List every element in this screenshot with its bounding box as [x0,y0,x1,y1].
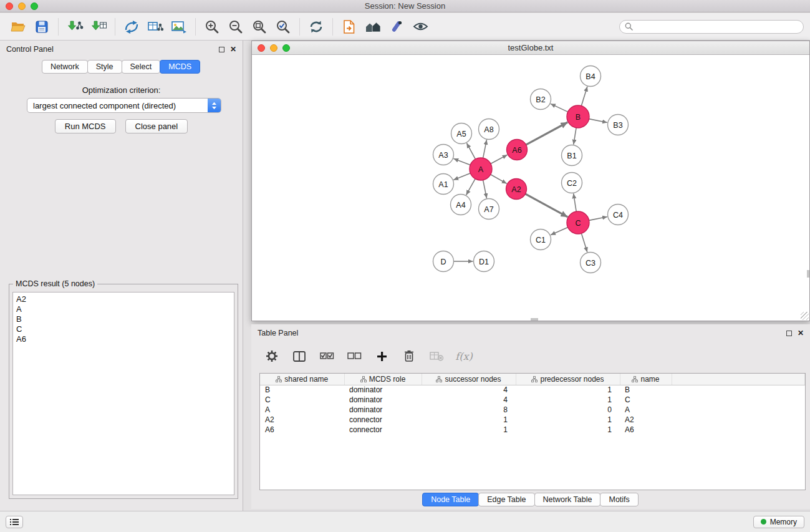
tab-network[interactable]: Network [42,60,88,74]
table-cell[interactable]: connector [344,425,422,435]
minimize-window-button[interactable] [18,2,26,10]
delete-column-button[interactable] [400,346,418,366]
table-cell[interactable]: 1 [516,385,620,395]
network-arrows-button[interactable] [120,16,143,38]
edge-C-C4[interactable] [589,217,607,221]
minimize-network-window-button[interactable] [270,44,277,52]
zoom-network-window-button[interactable] [282,44,290,52]
table-row[interactable]: Cdominator41C [260,395,805,405]
table-cell[interactable]: 8 [422,405,516,415]
node-B1[interactable]: B1 [562,145,582,166]
result-item[interactable]: A [13,304,234,314]
node-B4[interactable]: B4 [581,66,601,87]
edge-B-B4[interactable] [581,87,587,106]
tab-network-table[interactable]: Network Table [534,493,601,506]
search-box[interactable] [619,20,804,34]
edge-A-A7[interactable] [483,180,487,198]
select-all-rows-button[interactable] [317,346,336,366]
table-cell[interactable]: dominator [344,395,422,405]
horizontal-scrollbar[interactable] [531,318,538,321]
node-D[interactable]: D [433,251,454,272]
edge-A6-B[interactable] [526,122,568,145]
node-A8[interactable]: A8 [479,119,499,140]
table-cell[interactable]: A [620,405,672,415]
edge-C-C3[interactable] [581,233,587,252]
run-mcds-button[interactable]: Run MCDS [55,119,116,133]
memory-button[interactable]: Memory [753,516,804,528]
mcds-result-list[interactable]: A2ABCA6 [12,292,234,495]
close-table-panel-icon[interactable]: ✕ [798,329,804,337]
edge-B-B1[interactable] [574,128,576,145]
node-C3[interactable]: C3 [581,253,601,273]
column-header-shared-name[interactable]: shared name [260,374,344,385]
table-cell[interactable]: 1 [516,395,620,405]
tab-style[interactable]: Style [87,60,122,74]
edge-B-B2[interactable] [551,104,568,112]
table-cell[interactable]: 1 [516,425,620,435]
function-builder-button[interactable]: f(x) [455,346,473,366]
zoom-selected-button[interactable] [271,16,295,38]
edge-A2-C[interactable] [526,194,568,217]
edge-A-A3[interactable] [453,158,470,165]
node-A2[interactable]: A2 [506,179,527,200]
save-session-button[interactable] [30,16,54,38]
close-panel-icon[interactable]: ✕ [230,46,236,53]
zoom-in-button[interactable] [200,16,224,38]
float-panel-icon[interactable] [219,47,224,52]
show-columns-button[interactable] [290,346,309,366]
show-hide-button[interactable] [408,16,432,38]
table-cell[interactable]: A6 [620,425,672,435]
node-A6[interactable]: A6 [507,140,528,160]
table-cell[interactable]: A6 [260,425,344,435]
resize-grip[interactable] [801,312,809,320]
zoom-window-button[interactable] [31,2,38,10]
edge-A-A5[interactable] [466,143,475,159]
float-table-panel-icon[interactable] [786,331,792,336]
table-cell[interactable]: connector [344,415,422,425]
table-row[interactable]: A6connector11A6 [260,425,805,435]
node-A7[interactable]: A7 [479,199,499,220]
table-cell[interactable]: B [260,385,344,395]
edge-A-A1[interactable] [453,173,470,180]
task-history-button[interactable] [6,516,23,528]
edge-B-B3[interactable] [589,119,607,123]
column-header-mcds-role[interactable]: MCDS role [344,374,422,385]
table-cell[interactable]: dominator [344,405,422,415]
edge-A-A8[interactable] [483,140,487,158]
node-A1[interactable]: A1 [433,174,454,195]
table-row[interactable]: Bdominator41B [260,385,805,395]
tab-select[interactable]: Select [122,60,161,74]
style-wand-button[interactable] [385,16,408,38]
column-header-name[interactable]: name [620,374,672,385]
criterion-dropdown[interactable]: largest connected component (directed) [27,98,221,113]
close-window-button[interactable] [6,2,13,10]
edge-A-A2[interactable] [491,175,507,184]
node-A5[interactable]: A5 [451,123,472,144]
node-A4[interactable]: A4 [451,195,471,215]
table-cell[interactable]: 4 [422,395,516,405]
table-cell[interactable]: 1 [422,415,516,425]
edge-A-A6[interactable] [491,155,508,163]
add-column-button[interactable] [372,346,391,366]
search-input[interactable] [636,22,798,31]
tab-motifs[interactable]: Motifs [600,493,638,506]
result-item[interactable]: A2 [13,294,234,304]
table-cell[interactable]: 4 [422,385,516,395]
tab-edge-table[interactable]: Edge Table [478,493,534,506]
node-B2[interactable]: B2 [531,89,551,110]
table-settings-button[interactable] [263,346,281,366]
open-report-button[interactable] [337,16,361,38]
deselect-all-rows-button[interactable] [345,346,364,366]
table-cell[interactable]: C [620,395,672,405]
result-item[interactable]: C [13,324,234,334]
node-B[interactable]: B [567,105,589,128]
node-C1[interactable]: C1 [531,230,551,250]
table-row[interactable]: A2connector11A2 [260,415,805,425]
table-cell[interactable]: C [260,395,344,405]
open-session-button[interactable] [6,16,30,38]
column-header-successor-nodes[interactable]: successor nodes [422,374,516,385]
node-C4[interactable]: C4 [608,205,629,225]
table-cell[interactable]: B [620,385,672,395]
node-C2[interactable]: C2 [562,173,582,193]
network-graph[interactable]: B4B2BB3A5A8A6B1A3AC2A1A2A4A7C4CC1C3DD1 [252,55,809,321]
